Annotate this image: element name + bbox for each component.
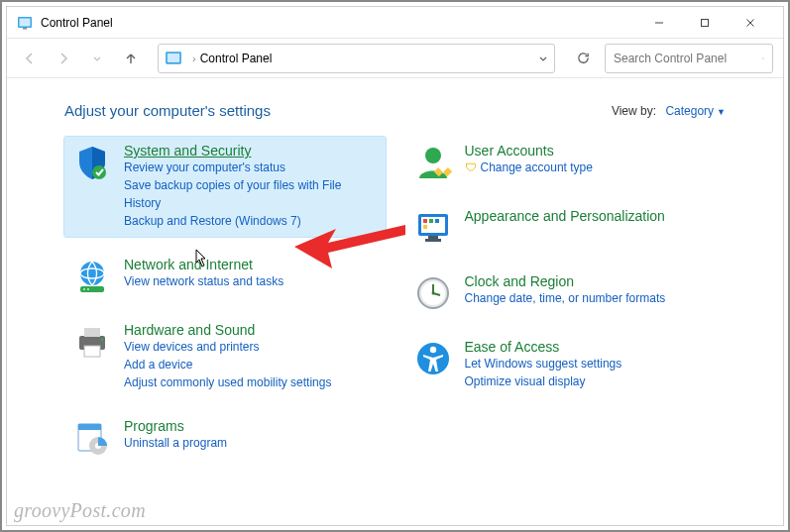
control-panel-icon bbox=[17, 15, 33, 31]
category-system-security[interactable]: System and Security Review your computer… bbox=[64, 137, 386, 237]
category-title[interactable]: Clock and Region bbox=[465, 273, 666, 289]
address-bar[interactable]: › Control Panel bbox=[158, 44, 555, 73]
svg-rect-22 bbox=[78, 424, 101, 430]
view-by: View by: Category▼ bbox=[612, 104, 726, 118]
category-title[interactable]: Programs bbox=[124, 418, 227, 434]
appearance-icon bbox=[413, 208, 453, 248]
minimize-button[interactable] bbox=[636, 7, 682, 39]
control-panel-icon bbox=[165, 50, 182, 67]
category-title[interactable]: Ease of Access bbox=[465, 339, 622, 355]
category-title[interactable]: Appearance and Personalization bbox=[465, 208, 665, 224]
control-panel-window: Control Panel › Control Panel Adjust you… bbox=[6, 6, 784, 526]
titlebar: Control Panel bbox=[7, 7, 783, 39]
category-link[interactable]: Uninstall a program bbox=[124, 435, 227, 452]
watermark: groovyPost.com bbox=[14, 499, 146, 522]
breadcrumb[interactable]: Control Panel bbox=[200, 52, 273, 65]
svg-rect-30 bbox=[435, 219, 439, 223]
back-button[interactable] bbox=[17, 46, 43, 71]
page-heading: Adjust your computer's settings bbox=[64, 102, 612, 119]
category-link[interactable]: Review your computer's status bbox=[124, 160, 378, 176]
up-button[interactable] bbox=[118, 46, 144, 71]
category-appearance[interactable]: Appearance and Personalization bbox=[405, 202, 727, 254]
search-input[interactable] bbox=[614, 52, 762, 65]
svg-rect-18 bbox=[84, 328, 100, 337]
svg-rect-8 bbox=[168, 53, 179, 61]
svg-point-40 bbox=[429, 347, 435, 353]
svg-rect-1 bbox=[20, 18, 31, 26]
category-link[interactable]: Add a device bbox=[124, 357, 331, 373]
category-title[interactable]: Network and Internet bbox=[124, 257, 283, 272]
close-button[interactable] bbox=[728, 7, 773, 39]
svg-point-16 bbox=[87, 288, 89, 290]
category-ease-access[interactable]: Ease of Access Let Windows suggest setti… bbox=[405, 333, 727, 397]
svg-rect-4 bbox=[702, 19, 709, 26]
category-link[interactable]: Backup and Restore (Windows 7) bbox=[124, 213, 378, 230]
forward-button[interactable] bbox=[51, 46, 76, 71]
category-link[interactable]: Let Windows suggest settings bbox=[465, 356, 622, 372]
category-link[interactable]: View network status and tasks bbox=[124, 273, 283, 290]
svg-rect-28 bbox=[423, 219, 427, 223]
svg-point-25 bbox=[425, 148, 441, 163]
category-hardware[interactable]: Hardware and Sound View devices and prin… bbox=[64, 316, 386, 398]
svg-point-38 bbox=[431, 292, 434, 295]
category-link[interactable]: Optimize visual display bbox=[465, 373, 622, 390]
category-programs[interactable]: Programs Uninstall a program bbox=[64, 412, 386, 464]
network-icon bbox=[72, 257, 112, 296]
category-title[interactable]: Hardware and Sound bbox=[124, 322, 331, 338]
category-title[interactable]: System and Security bbox=[124, 143, 378, 159]
category-title[interactable]: User Accounts bbox=[465, 143, 593, 159]
programs-icon bbox=[72, 418, 112, 458]
svg-point-11 bbox=[92, 165, 106, 179]
category-link[interactable]: View devices and printers bbox=[124, 339, 331, 356]
svg-point-15 bbox=[83, 288, 85, 290]
svg-rect-19 bbox=[84, 346, 100, 357]
maximize-button[interactable] bbox=[682, 7, 728, 39]
nav-toolbar: › Control Panel bbox=[7, 39, 783, 78]
svg-rect-33 bbox=[425, 239, 441, 242]
view-by-label: View by: bbox=[612, 104, 656, 118]
svg-rect-32 bbox=[428, 236, 438, 239]
svg-rect-2 bbox=[23, 28, 27, 30]
accessibility-icon bbox=[413, 339, 453, 378]
refresh-button[interactable] bbox=[569, 45, 597, 72]
category-user-accounts[interactable]: User Accounts 🛡Change account type bbox=[405, 137, 727, 188]
svg-rect-29 bbox=[429, 219, 433, 223]
user-icon bbox=[413, 143, 453, 182]
category-link[interactable]: Change date, time, or number formats bbox=[465, 290, 666, 307]
svg-point-20 bbox=[101, 338, 104, 341]
recent-dropdown[interactable] bbox=[84, 46, 110, 71]
window-title: Control Panel bbox=[41, 16, 636, 30]
svg-point-9 bbox=[762, 57, 763, 58]
svg-point-12 bbox=[80, 262, 104, 285]
breadcrumb-sep: › bbox=[192, 53, 196, 64]
content-area: Adjust your computer's settings View by:… bbox=[7, 78, 783, 525]
category-link[interactable]: 🛡Change account type bbox=[465, 160, 593, 176]
category-network[interactable]: Network and Internet View network status… bbox=[64, 251, 386, 302]
chevron-down-icon[interactable] bbox=[538, 53, 548, 63]
search-box[interactable] bbox=[605, 44, 773, 73]
search-icon bbox=[762, 52, 764, 65]
clock-icon bbox=[413, 273, 453, 313]
category-link[interactable]: Adjust commonly used mobility settings bbox=[124, 374, 331, 391]
shield-icon bbox=[72, 143, 112, 182]
category-link[interactable]: Save backup copies of your files with Fi… bbox=[124, 177, 378, 212]
category-clock-region[interactable]: Clock and Region Change date, time, or n… bbox=[405, 267, 727, 319]
view-by-dropdown[interactable]: Category▼ bbox=[665, 104, 726, 118]
printer-icon bbox=[72, 322, 112, 362]
svg-rect-31 bbox=[423, 225, 427, 229]
